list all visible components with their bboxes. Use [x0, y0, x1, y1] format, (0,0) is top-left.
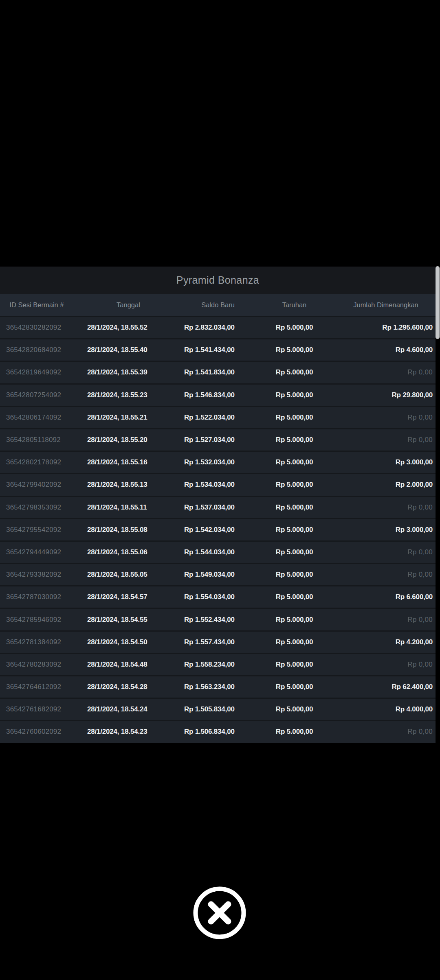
table-row: 36542785946092 28/1/2024, 18.54.55 Rp 1.… [0, 608, 436, 630]
session-id-cell: 36542802178092 [0, 458, 73, 466]
balance-cell: Rp 1.546.834,00 [183, 391, 253, 399]
balance-cell: Rp 1.558.234,00 [183, 661, 253, 669]
date-cell: 28/1/2024, 18.55.40 [73, 346, 183, 354]
date-cell: 28/1/2024, 18.55.52 [73, 324, 183, 332]
bet-cell: Rp 5.000,00 [253, 548, 336, 556]
won-cell: Rp 0,00 [336, 368, 436, 376]
session-id-cell: 36542820684092 [0, 346, 73, 354]
session-id-cell: 36542764612092 [0, 683, 73, 691]
header-cell-bet: Taruhan [253, 301, 336, 309]
close-button[interactable] [193, 886, 246, 939]
date-cell: 28/1/2024, 18.55.08 [73, 526, 183, 534]
balance-cell: Rp 1.527.034,00 [183, 436, 253, 444]
bet-cell: Rp 5.000,00 [253, 638, 336, 646]
table-row: 36542795542092 28/1/2024, 18.55.08 Rp 1.… [0, 518, 436, 540]
session-id-cell: 36542787030092 [0, 593, 73, 601]
modal-title: Pyramid Bonanza [176, 274, 259, 286]
won-cell: Rp 0,00 [336, 571, 436, 579]
balance-cell: Rp 1.554.034,00 [183, 593, 253, 601]
bet-cell: Rp 5.000,00 [253, 346, 336, 354]
date-cell: 28/1/2024, 18.55.20 [73, 436, 183, 444]
won-cell: Rp 62.400,00 [336, 683, 436, 691]
session-id-cell: 36542795542092 [0, 526, 73, 534]
won-cell: Rp 0,00 [336, 616, 436, 624]
balance-cell: Rp 1.552.434,00 [183, 616, 253, 624]
session-history-modal: Pyramid Bonanza ID Sesi Bermain # Tangga… [0, 267, 440, 743]
balance-cell: Rp 1.544.034,00 [183, 548, 253, 556]
won-cell: Rp 1.295.600,00 [336, 324, 436, 332]
balance-cell: Rp 1.505.834,00 [183, 705, 253, 713]
date-cell: 28/1/2024, 18.55.39 [73, 368, 183, 376]
header-cell-date: Tanggal [73, 301, 183, 309]
table-row: 36542798353092 28/1/2024, 18.55.11 Rp 1.… [0, 496, 436, 518]
date-cell: 28/1/2024, 18.54.57 [73, 593, 183, 601]
table-row: 36542794449092 28/1/2024, 18.55.06 Rp 1.… [0, 540, 436, 563]
session-id-cell: 36542760602092 [0, 728, 73, 736]
bet-cell: Rp 5.000,00 [253, 705, 336, 713]
date-cell: 28/1/2024, 18.55.16 [73, 458, 183, 466]
bet-cell: Rp 5.000,00 [253, 661, 336, 669]
header-cell-session-id: ID Sesi Bermain # [0, 301, 73, 309]
won-cell: Rp 3.000,00 [336, 526, 436, 534]
won-cell: Rp 6.600,00 [336, 593, 436, 601]
bet-cell: Rp 5.000,00 [253, 324, 336, 332]
app-screen: { "modal": { "title": "Pyramid Bonanza",… [0, 0, 440, 980]
date-cell: 28/1/2024, 18.54.24 [73, 705, 183, 713]
date-cell: 28/1/2024, 18.55.23 [73, 391, 183, 399]
modal-titlebar: Pyramid Bonanza [0, 267, 436, 294]
session-id-cell: 36542805118092 [0, 436, 73, 444]
table-row: 36542780283092 28/1/2024, 18.54.48 Rp 1.… [0, 653, 436, 675]
won-cell: Rp 0,00 [336, 413, 436, 422]
session-id-cell: 36542780283092 [0, 661, 73, 669]
date-cell: 28/1/2024, 18.55.05 [73, 571, 183, 579]
x-circle-icon [193, 934, 246, 941]
bet-cell: Rp 5.000,00 [253, 436, 336, 444]
session-id-cell: 36542781384092 [0, 638, 73, 646]
session-history-table: Pyramid Bonanza ID Sesi Bermain # Tangga… [0, 267, 436, 743]
bet-cell: Rp 5.000,00 [253, 728, 336, 736]
session-id-cell: 36542798353092 [0, 503, 73, 512]
session-id-cell: 36542806174092 [0, 413, 73, 422]
table-row: 36542793382092 28/1/2024, 18.55.05 Rp 1.… [0, 563, 436, 585]
won-cell: Rp 2.000,00 [336, 481, 436, 489]
bet-cell: Rp 5.000,00 [253, 481, 336, 489]
won-cell: Rp 4.600,00 [336, 346, 436, 354]
balance-cell: Rp 1.557.434,00 [183, 638, 253, 646]
table-row: 36542787030092 28/1/2024, 18.54.57 Rp 1.… [0, 585, 436, 608]
won-cell: Rp 3.000,00 [336, 458, 436, 466]
won-cell: Rp 0,00 [336, 728, 436, 736]
session-id-cell: 36542793382092 [0, 571, 73, 579]
date-cell: 28/1/2024, 18.55.06 [73, 548, 183, 556]
bet-cell: Rp 5.000,00 [253, 368, 336, 376]
balance-cell: Rp 1.541.834,00 [183, 368, 253, 376]
table-row: 36542820684092 28/1/2024, 18.55.40 Rp 1.… [0, 338, 436, 361]
table-row: 36542807254092 28/1/2024, 18.55.23 Rp 1.… [0, 383, 436, 406]
date-cell: 28/1/2024, 18.55.21 [73, 413, 183, 422]
bet-cell: Rp 5.000,00 [253, 413, 336, 422]
table-row: 36542764612092 28/1/2024, 18.54.28 Rp 1.… [0, 675, 436, 698]
won-cell: Rp 29.800,00 [336, 391, 436, 399]
balance-cell: Rp 1.532.034,00 [183, 458, 253, 466]
table-row: 36542760602092 28/1/2024, 18.54.23 Rp 1.… [0, 720, 436, 742]
bet-cell: Rp 5.000,00 [253, 683, 336, 691]
scrollbar-thumb[interactable] [436, 266, 440, 339]
won-cell: Rp 0,00 [336, 548, 436, 556]
balance-cell: Rp 1.506.834,00 [183, 728, 253, 736]
won-cell: Rp 0,00 [336, 436, 436, 444]
bet-cell: Rp 5.000,00 [253, 593, 336, 601]
won-cell: Rp 4.200,00 [336, 638, 436, 646]
date-cell: 28/1/2024, 18.54.23 [73, 728, 183, 736]
bet-cell: Rp 5.000,00 [253, 503, 336, 512]
won-cell: Rp 0,00 [336, 503, 436, 512]
balance-cell: Rp 1.563.234,00 [183, 683, 253, 691]
table-row: 36542806174092 28/1/2024, 18.55.21 Rp 1.… [0, 406, 436, 428]
won-cell: Rp 4.000,00 [336, 705, 436, 713]
date-cell: 28/1/2024, 18.54.48 [73, 661, 183, 669]
header-cell-won: Jumlah Dimenangkan [336, 301, 436, 309]
date-cell: 28/1/2024, 18.55.13 [73, 481, 183, 489]
table-row: 36542830282092 28/1/2024, 18.55.52 Rp 2.… [0, 316, 436, 338]
bet-cell: Rp 5.000,00 [253, 458, 336, 466]
date-cell: 28/1/2024, 18.54.50 [73, 638, 183, 646]
table-row: 36542761682092 28/1/2024, 18.54.24 Rp 1.… [0, 698, 436, 720]
bet-cell: Rp 5.000,00 [253, 571, 336, 579]
